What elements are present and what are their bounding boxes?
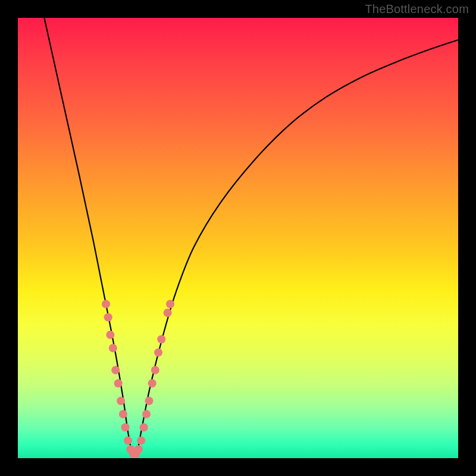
cluster-dot <box>142 410 151 418</box>
cluster-dot <box>157 335 165 343</box>
bottleneck-curve <box>44 18 458 456</box>
cluster-dot <box>119 410 127 418</box>
cluster-dot <box>134 445 143 453</box>
cluster-dot <box>106 331 114 339</box>
curve-layer <box>18 18 458 458</box>
cluster-dot <box>104 313 112 321</box>
cluster-dot <box>102 300 110 308</box>
cluster-dot <box>117 397 125 405</box>
plot-area <box>18 18 458 458</box>
cluster-dot <box>111 366 120 374</box>
cluster-dot <box>114 379 123 387</box>
cluster-dot <box>121 423 130 431</box>
cluster-dot <box>154 348 162 356</box>
cluster-dot <box>137 436 145 444</box>
watermark-text: TheBottleneck.com <box>365 2 469 16</box>
cluster-dot <box>148 379 156 387</box>
cluster-dots <box>102 300 174 458</box>
cluster-dot <box>166 300 174 308</box>
cluster-dot <box>164 309 172 317</box>
cluster-dot <box>151 366 159 374</box>
cluster-dot <box>109 344 117 352</box>
cluster-dot <box>145 397 154 405</box>
cluster-dot <box>124 436 132 444</box>
cluster-dot <box>140 423 148 431</box>
chart-frame: TheBottleneck.com <box>0 0 476 476</box>
